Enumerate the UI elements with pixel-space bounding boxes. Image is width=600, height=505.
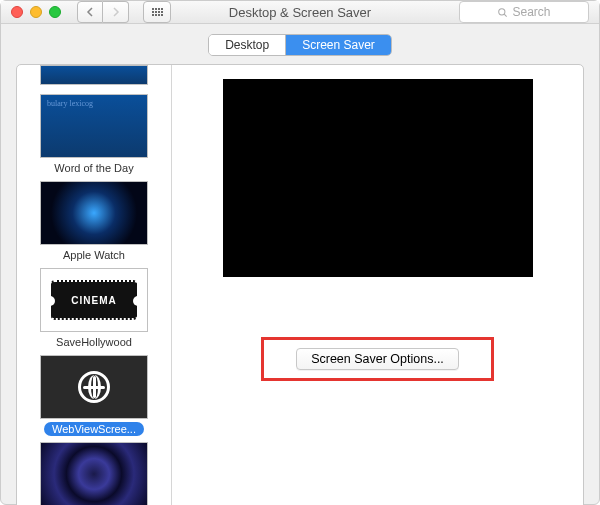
highlight-annotation: Screen Saver Options... bbox=[261, 337, 494, 381]
tab-desktop[interactable]: Desktop bbox=[209, 35, 286, 55]
screensaver-item-word-of-the-day[interactable]: Word of the Day bbox=[25, 94, 163, 175]
nav-buttons bbox=[77, 1, 129, 23]
screensaver-item-apple-watch[interactable]: Apple Watch bbox=[25, 181, 163, 262]
show-all-button[interactable] bbox=[143, 1, 171, 23]
back-button[interactable] bbox=[77, 1, 103, 23]
screensaver-label: Word of the Day bbox=[54, 161, 133, 175]
screensaver-thumb bbox=[40, 442, 148, 505]
zoom-window-button[interactable] bbox=[49, 6, 61, 18]
chevron-left-icon bbox=[86, 7, 94, 17]
titlebar: Desktop & Screen Saver Search bbox=[1, 1, 599, 24]
screensaver-thumb bbox=[40, 355, 148, 419]
screensaver-item-savehollywood[interactable]: CINEMA SaveHollywood bbox=[25, 268, 163, 349]
window-controls bbox=[11, 6, 61, 18]
screensaver-list[interactable]: Word of the Day Apple Watch CINEMA SaveH… bbox=[17, 65, 172, 505]
minimize-window-button[interactable] bbox=[30, 6, 42, 18]
screensaver-thumb: CINEMA bbox=[40, 268, 148, 332]
preview-pane: Screen Saver Options... bbox=[172, 65, 583, 505]
screensaver-label: WebViewScree... bbox=[44, 422, 144, 436]
screensaver-thumb bbox=[40, 181, 148, 245]
svg-line-1 bbox=[505, 14, 507, 16]
screensaver-label: Apple Watch bbox=[63, 248, 125, 262]
grid-icon bbox=[152, 8, 163, 16]
search-icon bbox=[497, 7, 508, 18]
chevron-right-icon bbox=[112, 7, 120, 17]
screensaver-item-random[interactable]: Random bbox=[25, 442, 163, 505]
close-window-button[interactable] bbox=[11, 6, 23, 18]
search-placeholder: Search bbox=[512, 5, 550, 19]
window-body: Desktop Screen Saver Word of the Day App… bbox=[1, 24, 599, 505]
search-field[interactable]: Search bbox=[459, 1, 589, 23]
forward-button[interactable] bbox=[103, 1, 129, 23]
tab-screen-saver[interactable]: Screen Saver bbox=[286, 35, 391, 55]
screensaver-label: SaveHollywood bbox=[56, 335, 132, 349]
content-panel: Word of the Day Apple Watch CINEMA SaveH… bbox=[16, 64, 584, 505]
segmented-control: Desktop Screen Saver bbox=[208, 34, 392, 56]
screen-saver-options-button[interactable]: Screen Saver Options... bbox=[296, 348, 459, 370]
preferences-window: Desktop & Screen Saver Search Desktop Sc… bbox=[0, 0, 600, 505]
cinema-ticket-icon: CINEMA bbox=[51, 280, 137, 320]
globe-icon bbox=[78, 371, 110, 403]
screensaver-preview bbox=[223, 79, 533, 277]
tab-bar: Desktop Screen Saver bbox=[16, 34, 584, 56]
screensaver-item[interactable] bbox=[25, 71, 163, 88]
screensaver-thumb bbox=[40, 65, 148, 85]
screensaver-thumb bbox=[40, 94, 148, 158]
svg-point-0 bbox=[499, 8, 505, 14]
screensaver-item-webviewscreensaver[interactable]: WebViewScree... bbox=[25, 355, 163, 436]
